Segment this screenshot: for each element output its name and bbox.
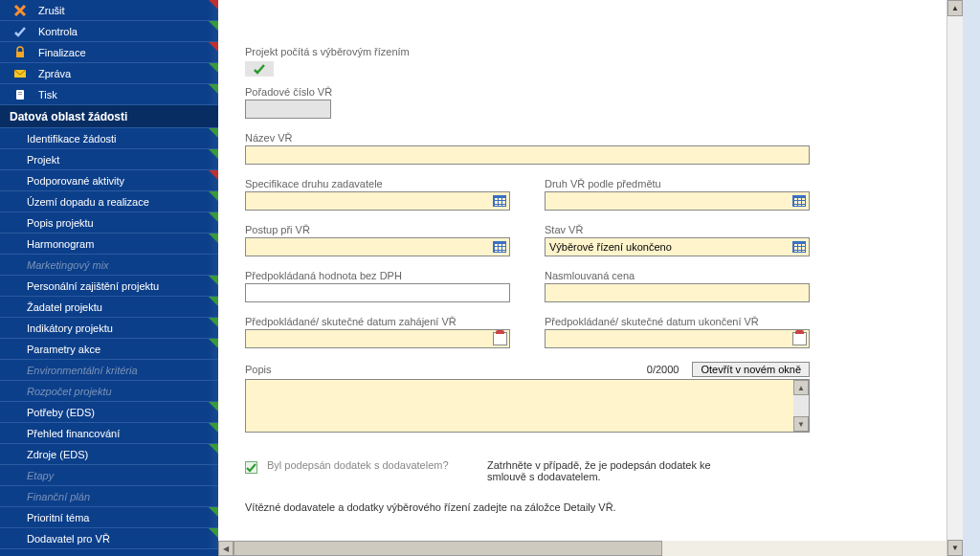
- mail-icon: [13, 67, 27, 80]
- nazev-label: Název VŘ: [245, 132, 810, 144]
- scroll-down-icon[interactable]: ▼: [947, 540, 963, 556]
- sidebar-top-tisk[interactable]: Tisk: [0, 84, 218, 105]
- spec-input[interactable]: [245, 191, 510, 211]
- datum-zahaj-input[interactable]: [245, 329, 510, 348]
- stav-label: Stav VŘ: [545, 224, 810, 235]
- check-icon: [13, 25, 27, 38]
- lock-icon: [13, 46, 27, 59]
- sidebar-item-personalni[interactable]: Personální zajištění projektu: [0, 276, 218, 297]
- sidebar-item-zadatel[interactable]: Žadatel projektu: [0, 297, 218, 318]
- projekt-pocita-checkbox[interactable]: [245, 61, 274, 77]
- sidebar-item-env[interactable]: Environmentální kritéria: [0, 360, 218, 381]
- open-new-window-button[interactable]: Otevřít v novém okně: [692, 362, 810, 377]
- bottom-note: Vítězné dodavatele a dodatky výběrového …: [245, 501, 810, 513]
- sidebar-item-rozpocet[interactable]: Rozpočet projektu: [0, 381, 218, 402]
- dodatek-row: Byl podepsán dodatek s dodavatelem? Zatr…: [245, 459, 810, 482]
- picker-icon[interactable]: [490, 192, 509, 210]
- scroll-up-icon[interactable]: ▲: [793, 380, 809, 395]
- sidebar-item-financni[interactable]: Finanční plán: [0, 486, 218, 507]
- vertical-scrollbar[interactable]: ▲ ▼: [947, 0, 963, 556]
- sidebar-item-podporovane[interactable]: Podporované aktivity: [0, 170, 218, 191]
- calendar-icon[interactable]: [490, 330, 509, 347]
- nasml-cena-input[interactable]: [545, 283, 810, 302]
- sidebar-item-indikatory[interactable]: Indikátory projektu: [0, 318, 218, 339]
- dodatek-desc: Zatrhněte v případě, že je podepsán doda…: [487, 459, 746, 482]
- sidebar-item-prehled[interactable]: Přehled financování: [0, 423, 218, 444]
- sidebar-item-marketing[interactable]: Marketingový mix: [0, 255, 218, 276]
- sidebar-top-finalizace[interactable]: Finalizace: [0, 42, 218, 63]
- picker-icon[interactable]: [790, 192, 809, 210]
- scroll-down-icon[interactable]: ▼: [793, 416, 809, 432]
- main-form: Projekt počítá s výběrovým řízením Pořad…: [218, 0, 963, 556]
- sidebar-item-zdroje[interactable]: Zdroje (EDS): [0, 444, 218, 465]
- horizontal-scrollbar[interactable]: ◀ ▶: [218, 541, 963, 556]
- sidebar-label: Finalizace: [38, 47, 86, 58]
- sidebar: Zrušit Kontrola Finalizace Zpráva: [0, 0, 218, 556]
- sidebar-item-popis[interactable]: Popis projektu: [0, 212, 218, 234]
- nasml-cena-label: Nasmlouvaná cena: [545, 270, 810, 281]
- spec-label: Specifikace druhu zadavatele: [245, 178, 510, 189]
- datum-ukon-input[interactable]: [545, 329, 810, 348]
- sidebar-top-zrusit[interactable]: Zrušit: [0, 0, 218, 21]
- sidebar-item-etapy[interactable]: Etapy: [0, 465, 218, 486]
- popis-counter: 0/2000: [647, 364, 679, 375]
- sidebar-section-header: Datová oblast žádosti: [0, 105, 218, 128]
- druh-input[interactable]: [545, 191, 810, 211]
- picker-icon[interactable]: [790, 238, 809, 256]
- datum-zahaj-label: Předpokládané/ skutečné datum zahájení V…: [245, 316, 510, 327]
- sidebar-label: Kontrola: [38, 26, 78, 37]
- stav-value: Výběrové řízení ukončeno: [549, 241, 672, 253]
- sidebar-item-prioritni[interactable]: Prioritní téma: [0, 507, 218, 528]
- sidebar-item-identifikace[interactable]: Identifikace žádosti: [0, 128, 218, 149]
- picker-icon[interactable]: [490, 238, 509, 256]
- dodatek-checkbox[interactable]: [245, 461, 257, 474]
- dodatek-check-label: Byl podepsán dodatek s dodavatelem?: [267, 459, 478, 471]
- sidebar-item-uzemi[interactable]: Území dopadu a realizace: [0, 191, 218, 212]
- druh-label: Druh VŘ podle předmětu: [545, 178, 810, 189]
- sidebar-item-harmonogram[interactable]: Harmonogram: [0, 234, 218, 255]
- projekt-pocita-label: Projekt počítá s výběrovým řízením: [245, 46, 810, 57]
- sidebar-item-projekt[interactable]: Projekt: [0, 149, 218, 170]
- postup-input[interactable]: [245, 237, 510, 256]
- scroll-left-icon[interactable]: ◀: [218, 541, 234, 556]
- postup-label: Postup při VŘ: [245, 224, 510, 235]
- sidebar-item-dodavatel[interactable]: Dodavatel pro VŘ: [0, 528, 218, 549]
- predp-hodnota-label: Předpokládaná hodnota bez DPH: [245, 270, 510, 281]
- sidebar-item-parametry[interactable]: Parametry akce: [0, 339, 218, 360]
- print-icon: [13, 88, 27, 101]
- stav-input[interactable]: Výběrové řízení ukončeno: [545, 237, 810, 256]
- sidebar-top-kontrola[interactable]: Kontrola: [0, 21, 218, 42]
- popis-label: Popis: [245, 364, 272, 375]
- datum-ukon-label: Předpokládané/ skutečné datum ukončení V…: [545, 316, 810, 327]
- poradove-input[interactable]: [245, 100, 331, 119]
- popis-textarea[interactable]: ▲ ▼: [245, 379, 810, 433]
- sidebar-label: Zpráva: [38, 68, 71, 79]
- svg-rect-0: [16, 52, 24, 57]
- svg-rect-4: [18, 94, 22, 95]
- cancel-icon: [13, 4, 27, 17]
- nazev-input[interactable]: [245, 145, 810, 165]
- sidebar-label: Tisk: [38, 89, 57, 100]
- sidebar-top-zprava[interactable]: Zpráva: [0, 63, 218, 84]
- scroll-up-icon[interactable]: ▲: [947, 0, 963, 16]
- poradove-label: Pořadové číslo VŘ: [245, 86, 810, 98]
- svg-rect-3: [18, 92, 22, 93]
- textarea-scrollbar[interactable]: ▲ ▼: [793, 380, 809, 432]
- sidebar-item-potreby[interactable]: Potřeby (EDS): [0, 402, 218, 423]
- predp-hodnota-input[interactable]: [245, 283, 510, 302]
- sidebar-label: Zrušit: [38, 5, 65, 16]
- calendar-icon[interactable]: [790, 330, 809, 347]
